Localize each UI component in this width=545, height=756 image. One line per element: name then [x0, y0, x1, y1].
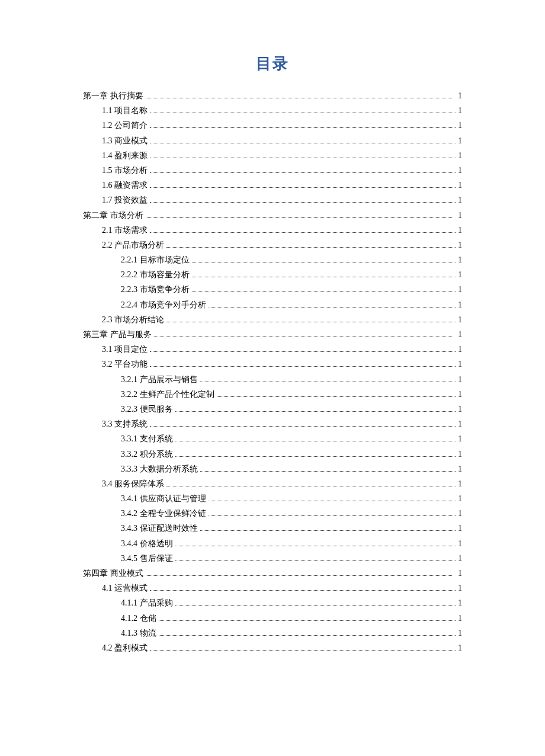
toc-leader-dots	[150, 143, 456, 143]
toc-entry[interactable]: 3.2.1 产品展示与销售1	[121, 376, 462, 384]
toc-entry-page: 1	[458, 256, 462, 264]
toc-leader-dots	[166, 247, 456, 248]
toc-entry-label: 第三章 产品与服务	[83, 331, 152, 339]
toc-leader-dots	[150, 426, 456, 427]
toc-entry-label: 1.6 融资需求	[102, 181, 148, 190]
toc-leader-dots	[200, 530, 456, 531]
toc-leader-dots	[209, 501, 456, 501]
toc-entry-page: 1	[458, 524, 462, 533]
toc-entry-page: 1	[458, 390, 462, 399]
toc-leader-dots	[150, 366, 456, 367]
toc-leader-dots	[150, 650, 456, 651]
toc-entry-label: 1.3 商业模式	[102, 137, 148, 145]
toc-entry-label: 3.4.1 供应商认证与管理	[121, 495, 206, 503]
document-page: 目录 第一章 执行摘要11.1 项目名称11.2 公司简介11.3 商业模式11…	[0, 0, 545, 756]
toc-entry[interactable]: 4.1 运营模式1	[102, 584, 462, 592]
toc-entry[interactable]: 3.4.1 供应商认证与管理1	[121, 495, 462, 503]
toc-title: 目录	[83, 53, 462, 74]
toc-entry[interactable]: 4.1.3 物流1	[121, 629, 462, 638]
toc-entry[interactable]: 3.4 服务保障体系1	[102, 480, 462, 488]
toc-entry-label: 3.4.4 价格透明	[121, 540, 173, 548]
toc-entry-page: 1	[458, 286, 462, 294]
toc-leader-dots	[192, 262, 456, 262]
toc-entry[interactable]: 1.7 投资效益1	[102, 196, 462, 204]
toc-leader-dots	[150, 590, 456, 591]
toc-entry[interactable]: 3.4.5 售后保证1	[121, 555, 462, 563]
toc-entry[interactable]: 3.3 支持系统1	[102, 420, 462, 428]
toc-leader-dots	[146, 98, 453, 98]
toc-entry-page: 1	[458, 644, 462, 652]
toc-entry[interactable]: 3.2 平台功能1	[102, 360, 462, 369]
toc-entry[interactable]: 1.3 商业模式1	[102, 137, 462, 145]
toc-entry[interactable]: 3.4.3 保证配送时效性1	[121, 524, 462, 533]
toc-leader-dots	[209, 515, 456, 516]
toc-entry[interactable]: 3.4.2 全程专业保鲜冷链1	[121, 510, 462, 518]
toc-leader-dots	[200, 471, 456, 472]
toc-entry-page: 1	[458, 166, 462, 175]
toc-entry-page: 1	[458, 405, 462, 414]
toc-entry-page: 1	[458, 345, 462, 354]
toc-leader-dots	[175, 605, 456, 606]
toc-leader-dots	[175, 560, 456, 561]
toc-entry[interactable]: 第四章 商业模式1	[83, 569, 462, 578]
toc-entry[interactable]: 3.4.4 价格透明1	[121, 540, 462, 548]
toc-entry-label: 1.4 盈利来源	[102, 152, 148, 160]
toc-entry-page: 1	[458, 480, 462, 488]
toc-entry-label: 第二章 市场分析	[83, 212, 143, 220]
toc-entry-page: 1	[458, 376, 462, 384]
toc-entry[interactable]: 2.2.4 市场竞争对手分析1	[121, 301, 462, 309]
toc-leader-dots	[150, 232, 456, 233]
toc-entry-label: 3.4.5 售后保证	[121, 555, 173, 563]
toc-entry-page: 1	[458, 555, 462, 563]
toc-entry[interactable]: 3.2.2 生鲜产品个性化定制1	[121, 390, 462, 399]
toc-entry-page: 1	[454, 92, 462, 100]
toc-entry[interactable]: 4.1.1 产品采购1	[121, 599, 462, 607]
toc-entry-page: 1	[458, 465, 462, 473]
toc-leader-dots	[175, 441, 456, 441]
toc-entry[interactable]: 2.2.1 目标市场定位1	[121, 256, 462, 264]
toc-entry[interactable]: 第二章 市场分析1	[83, 212, 462, 220]
toc-leader-dots	[192, 291, 456, 292]
toc-entry-page: 1	[458, 540, 462, 548]
toc-entry-page: 1	[458, 316, 462, 324]
toc-entry[interactable]: 4.1.2 仓储1	[121, 614, 462, 623]
toc-entry-label: 3.4.3 保证配送时效性	[121, 524, 198, 533]
toc-leader-dots	[175, 456, 456, 457]
toc-entry-page: 1	[458, 614, 462, 623]
toc-entry-page: 1	[458, 271, 462, 279]
toc-leader-dots	[150, 127, 456, 128]
toc-leader-dots	[166, 486, 456, 486]
toc-entry[interactable]: 第一章 执行摘要1	[83, 92, 462, 100]
toc-entry[interactable]: 2.2.3 市场竞争分析1	[121, 286, 462, 294]
toc-entry[interactable]: 1.6 融资需求1	[102, 181, 462, 190]
toc-entry[interactable]: 4.2 盈利模式1	[102, 644, 462, 652]
toc-entry[interactable]: 2.2.2 市场容量分析1	[121, 271, 462, 279]
toc-entry-page: 1	[458, 510, 462, 518]
toc-entry[interactable]: 3.1 项目定位1	[102, 345, 462, 354]
toc-entry-label: 3.3 支持系统	[102, 420, 148, 428]
toc-entry[interactable]: 1.4 盈利来源1	[102, 152, 462, 160]
toc-entry[interactable]: 1.2 公司简介1	[102, 121, 462, 130]
toc-entry-label: 4.2 盈利模式	[102, 644, 148, 652]
toc-entry[interactable]: 1.5 市场分析1	[102, 166, 462, 175]
toc-entry[interactable]: 2.2 产品市场分析1	[102, 241, 462, 249]
toc-entry[interactable]: 3.3.1 支付系统1	[121, 435, 462, 443]
toc-entry-label: 3.4 服务保障体系	[102, 480, 164, 488]
toc-entry-label: 第一章 执行摘要	[83, 92, 143, 100]
toc-entry[interactable]: 3.3.3 大数据分析系统1	[121, 465, 462, 473]
toc-entry[interactable]: 3.3.2 积分系统1	[121, 450, 462, 459]
toc-entry-page: 1	[458, 435, 462, 443]
toc-entry-page: 1	[458, 137, 462, 145]
toc-entry[interactable]: 第三章 产品与服务1	[83, 331, 462, 339]
toc-entry[interactable]: 3.2.3 便民服务1	[121, 405, 462, 414]
toc-entry-label: 2.2.1 目标市场定位	[121, 256, 190, 264]
toc-entry-page: 1	[454, 331, 462, 339]
toc-entry-page: 1	[458, 629, 462, 638]
toc-entry-label: 2.3 市场分析结论	[102, 316, 164, 324]
toc-entry[interactable]: 1.1 项目名称1	[102, 107, 462, 115]
toc-entry[interactable]: 2.1 市场需求1	[102, 226, 462, 235]
toc-entry[interactable]: 2.3 市场分析结论1	[102, 316, 462, 324]
toc-entry-label: 4.1.3 物流	[121, 629, 156, 638]
toc-entry-page: 1	[458, 121, 462, 130]
toc-entry-label: 3.2 平台功能	[102, 360, 148, 369]
